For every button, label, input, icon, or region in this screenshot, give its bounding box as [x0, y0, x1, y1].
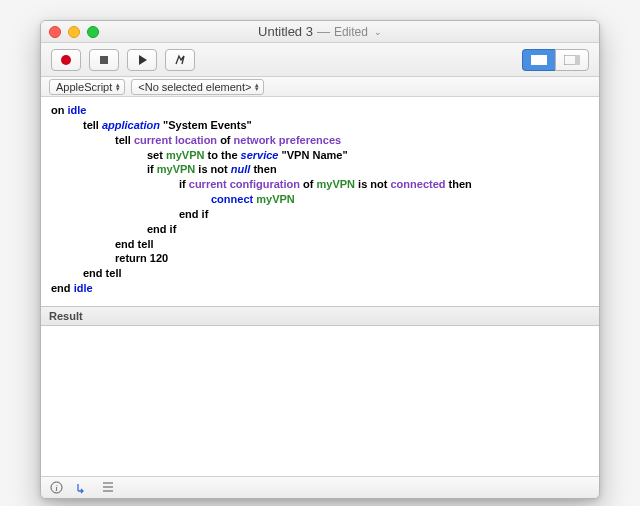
description-tab-icon[interactable]: i: [49, 480, 63, 494]
svg-rect-4: [531, 55, 536, 65]
minimize-window-button[interactable]: [68, 26, 80, 38]
edited-label: Edited: [334, 25, 368, 39]
accessory-view-tab-icon[interactable]: [101, 480, 115, 494]
element-path-popup[interactable]: <No selected element> ▴▾: [131, 79, 264, 95]
language-label: AppleScript: [56, 81, 112, 93]
titlebar[interactable]: Untitled 3 — Edited ⌄: [41, 21, 599, 43]
script-editor-window: Untitled 3 — Edited ⌄ A: [40, 20, 600, 499]
status-bar: i: [41, 476, 599, 498]
svg-rect-6: [575, 55, 580, 65]
svg-text:i: i: [55, 483, 58, 493]
element-label: <No selected element>: [138, 81, 251, 93]
svg-rect-1: [100, 56, 108, 64]
pane-segmented-control: [522, 49, 589, 71]
run-button[interactable]: [127, 49, 157, 71]
close-window-button[interactable]: [49, 26, 61, 38]
stop-button[interactable]: [89, 49, 119, 71]
updown-caret-icon: ▴▾: [116, 83, 120, 91]
compile-button[interactable]: [165, 49, 195, 71]
svg-point-0: [61, 55, 71, 65]
event-log-tab-icon[interactable]: [75, 480, 89, 494]
record-button[interactable]: [51, 49, 81, 71]
window-title: Untitled 3: [258, 24, 313, 39]
updown-caret-icon: ▴▾: [255, 83, 259, 91]
zoom-window-button[interactable]: [87, 26, 99, 38]
window-controls: [49, 26, 99, 38]
divider: —: [317, 24, 330, 39]
show-left-pane-button[interactable]: [522, 49, 555, 71]
language-popup[interactable]: AppleScript ▴▾: [49, 79, 125, 95]
toolbar: [41, 43, 599, 77]
chevron-down-icon[interactable]: ⌄: [374, 27, 382, 37]
result-header[interactable]: Result: [41, 306, 599, 326]
show-right-pane-button[interactable]: [555, 49, 589, 71]
code-editor[interactable]: on idle tell application "System Events"…: [41, 97, 599, 306]
window-title-area[interactable]: Untitled 3 — Edited ⌄: [258, 24, 382, 39]
navigation-bar: AppleScript ▴▾ <No selected element> ▴▾: [41, 77, 599, 97]
svg-marker-2: [139, 55, 147, 65]
result-area[interactable]: [41, 326, 599, 476]
